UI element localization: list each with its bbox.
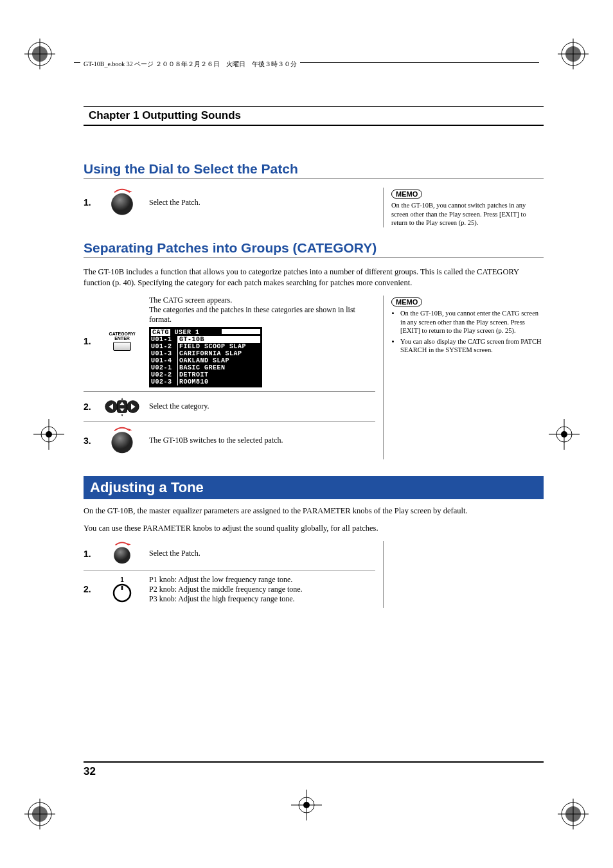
step-text: Select the Patch. (149, 549, 375, 558)
lcd-row: U02-3ROOM810 (151, 378, 260, 385)
memo-text: On the GT-10B, you cannot switch patches… (391, 201, 544, 227)
memo-item: You can also display the CATG screen fro… (400, 337, 544, 355)
step-text: Select the category. (149, 402, 375, 411)
section-intro: On the GT-10B, the master equalizer para… (84, 506, 544, 517)
category-enter-button-icon: CATEGORY/ ENTER (107, 332, 138, 351)
section-title-dial: Using the Dial to Select the Patch (84, 161, 544, 179)
step-number: 1. (84, 336, 95, 346)
lcd-row: U01-3CARIFORNIA SLAP (151, 350, 260, 357)
banner-title-adjusting-tone: Adjusting a Tone (84, 476, 544, 499)
lcd-row: U02-2DETROIT (151, 371, 260, 378)
section-title-category: Separating Patches into Groups (CATEGORY… (84, 240, 544, 258)
section-intro: The GT-10B includes a function that allo… (84, 267, 544, 289)
dial-icon (109, 541, 135, 567)
step-number: 1. (84, 549, 95, 559)
step-number: 3. (84, 436, 95, 446)
crop-mark-mid-right (549, 419, 580, 450)
svg-point-41 (111, 432, 132, 453)
lcd-row: U02-1BASIC GREEN (151, 364, 260, 371)
dial-icon (107, 426, 137, 456)
step-text: Select the Patch. (149, 198, 375, 208)
page-number: 32 (84, 761, 544, 778)
svg-point-27 (303, 802, 310, 808)
section-intro: You can use these PARAMETER knobs to adj… (84, 523, 544, 535)
memo-item: On the GT-10B, you cannot enter the CATG… (400, 309, 544, 335)
svg-text:▲: ▲ (121, 397, 124, 400)
crop-mark-top-right (558, 39, 589, 69)
lcd-row: U01-4OAKLAND SLAP (151, 357, 260, 364)
lcd-screen: CATG USER 1 U01-1GT-10BU01-2FIELD SCOOP … (149, 327, 262, 387)
crop-mark-bottom-right (558, 799, 589, 829)
step-number: 1. (84, 197, 95, 208)
step-number: 2. (84, 402, 95, 412)
lcd-row: U01-1GT-10B (151, 336, 260, 343)
svg-point-23 (561, 431, 567, 438)
crop-mark-mid-left (33, 419, 64, 450)
crop-mark-bottom-left (24, 799, 55, 829)
dial-icon (107, 188, 137, 217)
memo-label: MEMO (391, 190, 422, 199)
svg-text:▼: ▼ (121, 414, 124, 417)
lcd-row: U01-2FIELD SCOOP SLAP (151, 343, 260, 350)
page-header-text: GT-10B_e.book 32 ページ ２００８年２月２６日 火曜日 午後３時… (80, 60, 300, 69)
crop-mark-top-left (24, 39, 55, 69)
step-text: The CATG screen appears. The categories … (149, 296, 375, 324)
step-text: P1 knob: Adjust the low frequency range … (149, 575, 375, 604)
step-number: 2. (84, 584, 95, 594)
step-text: The GT-10B switches to the selected patc… (149, 436, 375, 445)
chapter-header: Chapter 1 Outputting Sounds (84, 106, 544, 126)
svg-point-19 (46, 431, 52, 438)
svg-point-43 (114, 547, 130, 564)
memo-label: MEMO (391, 297, 422, 306)
cursor-buttons-icon: ▲ ▼ (104, 396, 140, 418)
parameter-knob-icon (112, 583, 132, 603)
knob-label: 1 (120, 576, 124, 583)
crop-mark-mid-bottom (291, 790, 322, 820)
